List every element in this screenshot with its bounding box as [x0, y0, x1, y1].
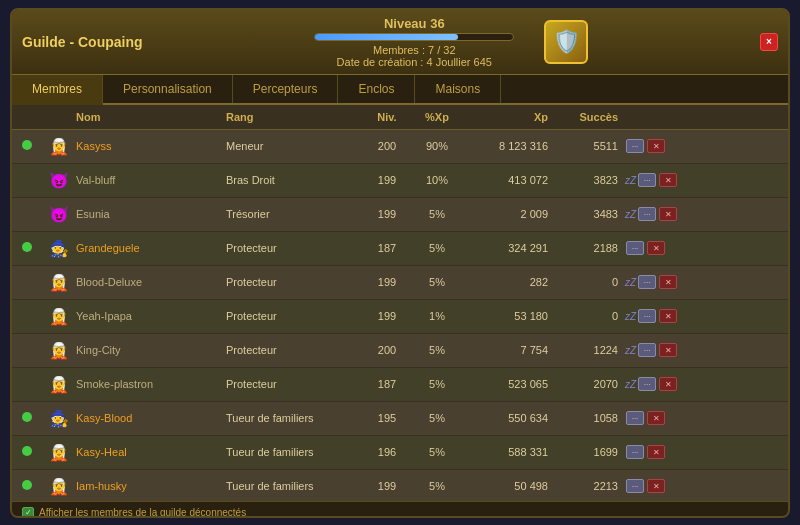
- member-niv: 195: [362, 410, 412, 426]
- member-xp-pct: 10%: [412, 172, 462, 188]
- member-xp: 413 072: [462, 172, 552, 188]
- member-xp-pct: 5%: [412, 206, 462, 222]
- avatar-cell: 🧙: [42, 233, 72, 263]
- remove-button[interactable]: ✕: [659, 377, 677, 391]
- options-button[interactable]: ···: [638, 275, 656, 289]
- tab-enclos[interactable]: Enclos: [338, 75, 415, 103]
- member-actions: zZ···✕: [622, 275, 702, 289]
- options-button[interactable]: ···: [638, 377, 656, 391]
- tab-membres[interactable]: Membres: [12, 75, 103, 105]
- avatar: 🧝: [46, 133, 72, 159]
- member-niv: 187: [362, 240, 412, 256]
- options-button[interactable]: ···: [626, 139, 644, 153]
- table-row: 🧝KasyssMeneur20090%8 123 3165511···✕: [12, 130, 788, 164]
- options-button[interactable]: ···: [626, 479, 644, 493]
- options-button[interactable]: ···: [626, 445, 644, 459]
- member-niv: 199: [362, 206, 412, 222]
- member-actions: ···✕: [622, 411, 702, 425]
- member-name[interactable]: Iam-husky: [72, 478, 222, 494]
- creation-value: 4 Joullier 645: [427, 56, 492, 68]
- member-niv: 199: [362, 478, 412, 494]
- check-disconnected-label: Afficher les membres de la guilde déconn…: [39, 507, 246, 518]
- sleeping-indicator: zZ: [625, 277, 636, 288]
- table-row: 🧝Iam-huskyTueur de familiers1995%50 4982…: [12, 470, 788, 498]
- options-button[interactable]: ···: [638, 173, 656, 187]
- guild-level: Niveau 36: [314, 16, 514, 31]
- options-button[interactable]: ···: [626, 411, 644, 425]
- close-button[interactable]: ×: [760, 33, 778, 51]
- remove-button[interactable]: ✕: [659, 275, 677, 289]
- avatar: 🧝: [46, 473, 72, 498]
- remove-button[interactable]: ✕: [659, 309, 677, 323]
- member-xp-pct: 5%: [412, 342, 462, 358]
- remove-button[interactable]: ✕: [659, 343, 677, 357]
- avatar: 🧝: [46, 269, 72, 295]
- guild-window: Guilde - Coupaing Niveau 36 Membres : 7 …: [10, 8, 790, 518]
- exp-bar-container: [314, 33, 514, 41]
- options-button[interactable]: ···: [638, 343, 656, 357]
- member-succes: 2070: [552, 376, 622, 392]
- member-succes: 3483: [552, 206, 622, 222]
- member-xp-pct: 5%: [412, 410, 462, 426]
- online-cell: [12, 410, 42, 426]
- th-nom: Nom: [72, 109, 222, 125]
- title-right: Niveau 36 Membres : 7 / 32 Date de créat…: [314, 16, 588, 68]
- avatar-cell: 😈: [42, 165, 72, 195]
- member-succes: 1699: [552, 444, 622, 460]
- member-name[interactable]: Kasy-Heal: [72, 444, 222, 460]
- tab-personnalisation[interactable]: Personnalisation: [103, 75, 233, 103]
- member-rang: Tueur de familiers: [222, 410, 362, 426]
- options-button[interactable]: ···: [638, 207, 656, 221]
- member-name: Val-bluff: [72, 172, 222, 188]
- member-name: Yeah-Ipapa: [72, 308, 222, 324]
- options-button[interactable]: ···: [626, 241, 644, 255]
- th-avatar: [42, 109, 72, 125]
- member-niv: 199: [362, 274, 412, 290]
- member-niv: 196: [362, 444, 412, 460]
- remove-button[interactable]: ✕: [647, 479, 665, 493]
- member-niv: 199: [362, 308, 412, 324]
- member-succes: 0: [552, 308, 622, 324]
- sleeping-indicator: zZ: [625, 175, 636, 186]
- avatar: 🧝: [46, 439, 72, 465]
- avatar-cell: 🧝: [42, 437, 72, 467]
- remove-button[interactable]: ✕: [647, 139, 665, 153]
- footer: ✓ Afficher les membres de la guilde déco…: [12, 501, 788, 518]
- member-niv: 199: [362, 172, 412, 188]
- member-name: Esunia: [72, 206, 222, 222]
- online-indicator: [22, 242, 32, 252]
- avatar: 🧙: [46, 235, 72, 261]
- members-line: Membres : 7 / 32: [314, 44, 514, 56]
- remove-button[interactable]: ✕: [647, 411, 665, 425]
- online-cell: [12, 280, 42, 284]
- avatar: 😈: [46, 167, 72, 193]
- online-cell: [12, 444, 42, 460]
- member-xp: 588 331: [462, 444, 552, 460]
- online-cell: [12, 348, 42, 352]
- window-title: Guilde - Coupaing: [22, 34, 143, 50]
- member-rang: Protecteur: [222, 274, 362, 290]
- member-actions: ···✕: [622, 445, 702, 459]
- table-row: 🧝Blood-DeluxeProtecteur1995%2820zZ···✕: [12, 266, 788, 300]
- remove-button[interactable]: ✕: [647, 241, 665, 255]
- tab-percepteurs[interactable]: Percepteurs: [233, 75, 339, 103]
- avatar: 😈: [46, 201, 72, 227]
- options-button[interactable]: ···: [638, 309, 656, 323]
- member-name[interactable]: Kasy-Blood: [72, 410, 222, 426]
- member-succes: 2188: [552, 240, 622, 256]
- check-disconnected[interactable]: ✓: [22, 507, 34, 518]
- sleeping-indicator: zZ: [625, 311, 636, 322]
- online-cell: [12, 212, 42, 216]
- member-xp: 324 291: [462, 240, 552, 256]
- member-name[interactable]: Kasyss: [72, 138, 222, 154]
- sleeping-indicator: zZ: [625, 209, 636, 220]
- online-cell: [12, 138, 42, 154]
- remove-button[interactable]: ✕: [659, 173, 677, 187]
- avatar: 🧙: [46, 405, 72, 431]
- member-name[interactable]: Grandeguele: [72, 240, 222, 256]
- tab-maisons[interactable]: Maisons: [415, 75, 501, 103]
- online-indicator: [22, 140, 32, 150]
- tabs-bar: Membres Personnalisation Percepteurs Enc…: [12, 75, 788, 105]
- remove-button[interactable]: ✕: [647, 445, 665, 459]
- remove-button[interactable]: ✕: [659, 207, 677, 221]
